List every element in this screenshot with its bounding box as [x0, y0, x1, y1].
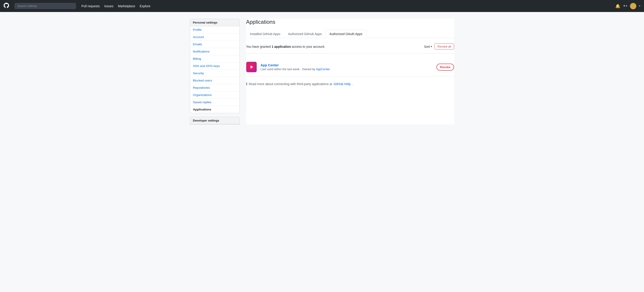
app-meta-prefix: Last used within the last week · Owned b…	[260, 68, 316, 71]
access-count: 1	[272, 45, 274, 49]
sidebar: Personal settings Profile Account Emails…	[190, 19, 240, 125]
access-description: You have granted 1 application access to…	[246, 45, 325, 49]
revoke-all-button[interactable]: Revoke all	[434, 44, 454, 50]
sidebar-nav: Profile Account Emails Notifications Bil…	[190, 26, 240, 113]
new-item-button[interactable]: +	[623, 4, 627, 8]
sidebar-personal-settings-title: Personal settings	[190, 19, 240, 26]
navbar-right: 🔔 + ▾	[615, 3, 640, 9]
page-title: Applications	[246, 19, 454, 25]
sidebar-item-ssh-gpg[interactable]: SSH and GPG keys	[190, 63, 240, 70]
nav-marketplace[interactable]: Marketplace	[118, 4, 135, 8]
access-actions: Sort Revoke all	[424, 44, 454, 50]
sidebar-item-organizations[interactable]: Organizations	[190, 91, 240, 99]
footer-text-suffix: .	[352, 82, 353, 86]
sidebar-item-account[interactable]: Account	[190, 34, 240, 41]
app-owner-link[interactable]: AppCenter	[316, 68, 330, 71]
github-logo-icon[interactable]	[4, 3, 9, 10]
sidebar-developer-settings-title: Developer settings	[190, 117, 240, 124]
sidebar-item-repositories[interactable]: Repositories	[190, 84, 240, 91]
navbar: Pull requests Issues Marketplace Explore…	[0, 0, 644, 12]
tab-installed-github-apps[interactable]: Installed GitHub Apps	[246, 30, 284, 38]
access-text-prefix: You have granted	[246, 45, 272, 49]
nav-pull-requests[interactable]: Pull requests	[82, 4, 100, 8]
tab-authorized-github-apps[interactable]: Authorized GitHub Apps	[284, 30, 326, 38]
tabs: Installed GitHub Apps Authorized GitHub …	[246, 30, 454, 38]
access-text-suffix: access to your account.	[291, 45, 325, 49]
nav-issues[interactable]: Issues	[104, 4, 113, 8]
tab-authorized-oauth-apps[interactable]: Authorized OAuth Apps	[326, 30, 366, 38]
github-help-link[interactable]: GitHub Help	[334, 82, 351, 86]
sidebar-item-profile[interactable]: Profile	[190, 26, 240, 34]
avatar-dropdown-icon[interactable]: ▾	[639, 5, 640, 8]
sidebar-dev-nav	[190, 124, 240, 125]
sidebar-item-saved-replies[interactable]: Saved replies	[190, 99, 240, 106]
sidebar-item-billing[interactable]: Billing	[190, 55, 240, 63]
user-avatar[interactable]	[630, 3, 636, 9]
sidebar-item-emails[interactable]: Emails	[190, 41, 240, 48]
page-layout: Personal settings Profile Account Emails…	[186, 19, 458, 125]
app-info: App Center Last used within the last wee…	[260, 63, 330, 71]
revoke-button[interactable]: Revoke	[436, 64, 454, 71]
main-content: Applications Installed GitHub Apps Autho…	[246, 19, 454, 125]
access-row: You have granted 1 application access to…	[246, 44, 454, 53]
footer-note: ℹ Read more about connecting with third-…	[246, 82, 454, 86]
sort-button[interactable]: Sort	[424, 45, 432, 49]
sidebar-item-blocked-users[interactable]: Blocked users	[190, 77, 240, 84]
search-input[interactable]	[14, 3, 76, 9]
sidebar-item-notifications[interactable]: Notifications	[190, 48, 240, 55]
app-meta: Last used within the last week · Owned b…	[260, 68, 330, 71]
access-unit: application	[274, 45, 291, 49]
footer-text-prefix: Read more about connecting with third-pa…	[249, 82, 332, 86]
notifications-bell-icon[interactable]: 🔔	[615, 4, 620, 9]
navbar-links: Pull requests Issues Marketplace Explore	[82, 4, 150, 8]
app-card-left: App Center Last used within the last wee…	[246, 62, 330, 72]
info-icon: ℹ	[246, 82, 248, 86]
sidebar-item-security[interactable]: Security	[190, 70, 240, 77]
app-name[interactable]: App Center	[260, 63, 279, 67]
nav-explore[interactable]: Explore	[140, 4, 150, 8]
app-icon	[246, 62, 257, 72]
sidebar-item-applications[interactable]: Applications	[190, 106, 240, 113]
app-card: App Center Last used within the last wee…	[246, 58, 454, 76]
